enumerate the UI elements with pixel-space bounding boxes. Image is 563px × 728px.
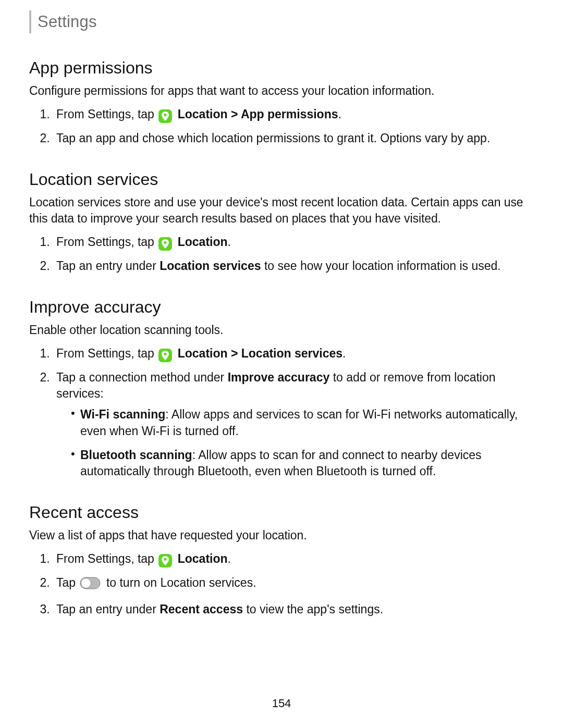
step: From Settings, tap Location > App permis… [53,106,534,123]
step-text: From Settings, tap [56,347,157,360]
steps-app-permissions: From Settings, tap Location > App permis… [29,106,534,147]
step-bold: Location services [160,259,261,273]
steps-improve-accuracy: From Settings, tap Location > Location s… [29,346,534,480]
steps-recent-access: From Settings, tap Location. Tap to turn… [29,551,534,618]
step-text: From Settings, tap [56,552,157,565]
step: Tap an entry under Recent access to view… [53,601,534,618]
page-number: 154 [0,697,563,710]
step: Tap a connection method under Improve ac… [53,369,534,480]
svg-point-2 [164,352,167,355]
step: Tap an entry under Location services to … [53,258,534,275]
section-title-recent-access: Recent access [29,503,534,522]
svg-point-5 [81,578,91,588]
step-bold: Location [178,235,228,249]
step-text: Tap an app and chose which location perm… [56,131,490,145]
step-post: . [342,347,346,360]
step: From Settings, tap Location > Location s… [53,346,534,362]
location-icon [158,349,172,362]
step-bold: Location [178,552,228,565]
step-post: . [228,552,231,565]
subitem-bold: Bluetooth scanning [80,448,192,462]
step: Tap to turn on Location services. [53,575,534,594]
intro-improve-accuracy: Enable other location scanning tools. [29,322,534,338]
location-icon [158,554,172,567]
location-icon [158,109,172,123]
location-icon [158,237,172,251]
step: From Settings, tap Location. [53,234,534,251]
header-title: Settings [38,13,97,31]
intro-location-services: Location services store and use your dev… [29,194,534,227]
step-bold: Improve accuracy [228,371,330,384]
subitem: Bluetooth scanning: Allow apps to scan f… [71,447,534,480]
step-post: to turn on Location services. [106,576,256,589]
subitem-bold: Wi-Fi scanning [80,408,165,421]
step-post: . [228,235,231,249]
step-text: From Settings, tap [56,235,157,249]
section-title-improve-accuracy: Improve accuracy [29,298,534,317]
toggle-off-icon [80,577,101,594]
steps-location-services: From Settings, tap Location. Tap an entr… [29,234,534,275]
step-post: to see how your location information is … [261,259,501,273]
step: From Settings, tap Location. [53,551,534,567]
step-bold: Location > App permissions [178,107,338,121]
step-text: Tap a connection method under [56,371,228,384]
step-bold: Recent access [160,602,243,616]
sublist-improve-accuracy: Wi-Fi scanning: Allow apps and services … [56,406,534,480]
svg-point-0 [164,114,167,116]
page: Settings App permissions Configure permi… [0,0,563,728]
step-text: Tap an entry under [56,259,160,273]
section-title-app-permissions: App permissions [29,58,534,78]
step-text: Tap [56,576,79,589]
svg-point-1 [164,241,167,244]
page-header: Settings [29,10,534,33]
svg-point-3 [164,558,167,561]
step-bold: Location > Location services [178,347,342,360]
step-post: to view the app's settings. [243,602,383,616]
step: Tap an app and chose which location perm… [53,130,534,147]
intro-recent-access: View a list of apps that have requested … [29,527,534,544]
step-text: Tap an entry under [56,602,160,616]
step-text: From Settings, tap [56,107,157,121]
section-title-location-services: Location services [29,170,534,189]
subitem: Wi-Fi scanning: Allow apps and services … [71,406,534,439]
step-post: . [338,107,341,121]
header-rule [29,10,31,33]
intro-app-permissions: Configure permissions for apps that want… [29,83,534,99]
